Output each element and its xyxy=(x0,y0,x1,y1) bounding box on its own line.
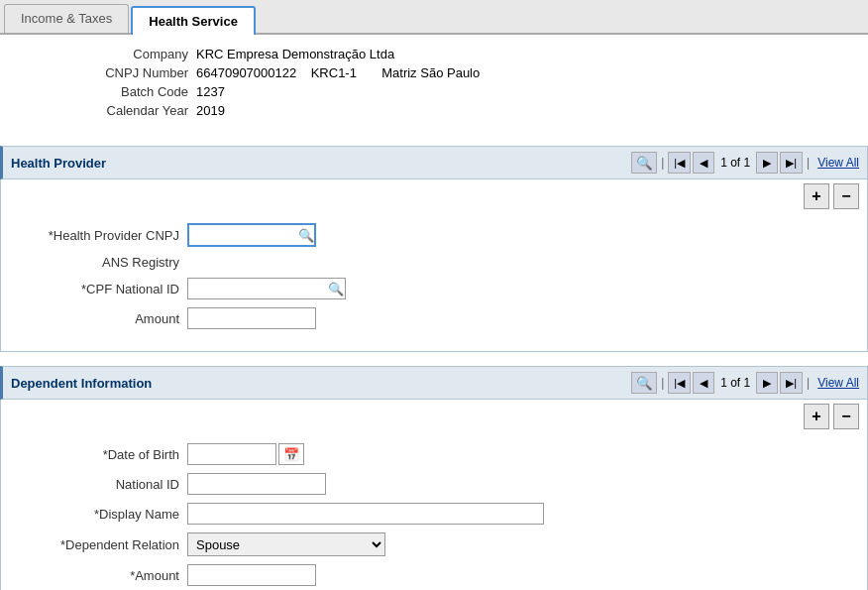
health-provider-page: 1 of 1 xyxy=(716,156,754,170)
dependent-page: 1 of 1 xyxy=(716,376,754,390)
dep-amount-row: *Amount xyxy=(21,564,847,586)
dependent-add-button[interactable]: + xyxy=(804,404,829,429)
next-icon: ▶ xyxy=(763,377,771,390)
ans-registry-row: ANS Registry xyxy=(21,255,847,270)
display-name-input[interactable] xyxy=(187,503,544,525)
calendar-icon: 📅 xyxy=(283,447,299,462)
cpf-national-id-input[interactable] xyxy=(187,278,346,299)
dob-row: *Date of Birth 📅 xyxy=(21,443,847,465)
health-provider-title: Health Provider xyxy=(11,156,106,171)
batch-label: Batch Code xyxy=(79,84,188,99)
dependent-first-button[interactable]: |◀ xyxy=(668,372,691,394)
dependent-title: Dependent Information xyxy=(11,376,152,391)
company-label: Company xyxy=(79,47,188,61)
company-value: KRC Empresa Demonstração Ltda xyxy=(196,47,394,61)
next-icon: ▶ xyxy=(763,157,771,170)
ans-registry-label: ANS Registry xyxy=(21,255,179,270)
first-icon: |◀ xyxy=(674,377,685,390)
national-id-input[interactable] xyxy=(187,473,326,495)
dep-amount-label: *Amount xyxy=(21,568,179,583)
national-id-label: National ID xyxy=(21,477,179,492)
header-info: Company KRC Empresa Demonstração Ltda CN… xyxy=(0,35,868,134)
last-icon: ▶| xyxy=(786,377,797,390)
tab-health-service[interactable]: Health Service xyxy=(131,6,256,35)
display-name-row: *Display Name xyxy=(21,503,847,525)
hp-amount-row: Amount xyxy=(21,307,847,329)
dependent-fields: *Date of Birth 📅 National ID *Display Na… xyxy=(1,433,867,590)
last-icon: ▶| xyxy=(786,157,797,170)
batch-row: Batch Code 1237 xyxy=(79,84,848,99)
dependent-relation-row: *Dependent Relation SpouseChildParentOth… xyxy=(21,532,847,556)
health-provider-cnpj-input[interactable] xyxy=(187,223,316,247)
cnpj-value: 66470907000122 KRC1-1 Matriz São Paulo xyxy=(196,65,480,80)
health-provider-add-button[interactable]: + xyxy=(804,183,829,209)
dependent-next-button[interactable]: ▶ xyxy=(756,372,778,394)
cpf-label: *CPF National ID xyxy=(21,282,179,296)
add-icon: + xyxy=(812,188,820,204)
health-provider-remove-button[interactable]: − xyxy=(833,183,859,209)
health-provider-last-button[interactable]: ▶| xyxy=(780,152,803,174)
dependent-relation-select[interactable]: SpouseChildParentOther xyxy=(187,532,385,556)
health-provider-cnpj-search-button[interactable]: 🔍 xyxy=(298,228,314,243)
dependent-section: Dependent Information 🔍 | |◀ ◀ 1 of 1 ▶ … xyxy=(0,366,868,590)
search-icon: 🔍 xyxy=(636,156,653,171)
first-icon: |◀ xyxy=(674,157,685,170)
dependent-relation-label: *Dependent Relation xyxy=(21,537,179,552)
display-name-label: *Display Name xyxy=(21,507,179,522)
national-id-row: National ID xyxy=(21,473,847,495)
health-provider-view-all[interactable]: View All xyxy=(817,156,859,170)
health-provider-cnpj-label: *Health Provider CNPJ xyxy=(21,228,179,243)
health-provider-prev-button[interactable]: ◀ xyxy=(693,152,714,174)
dependent-search-button[interactable]: 🔍 xyxy=(631,372,657,394)
health-provider-fields: *Health Provider CNPJ 🔍 ANS Registry *CP… xyxy=(1,213,867,351)
cpf-search-button[interactable]: 🔍 xyxy=(328,282,344,296)
dependent-add-remove: + − xyxy=(1,400,867,433)
calendar-value: 2019 xyxy=(196,103,225,118)
tabs-bar: Income & Taxes Health Service xyxy=(0,0,868,35)
hp-amount-input[interactable] xyxy=(187,307,316,329)
health-provider-header: Health Provider 🔍 | |◀ ◀ 1 of 1 ▶ ▶| | V… xyxy=(0,146,868,179)
company-row: Company KRC Empresa Demonstração Ltda xyxy=(79,47,848,61)
search-icon: 🔍 xyxy=(636,376,653,391)
dob-label: *Date of Birth xyxy=(21,447,179,462)
health-provider-section: Health Provider 🔍 | |◀ ◀ 1 of 1 ▶ ▶| | V… xyxy=(0,146,868,352)
health-provider-cnpj-input-wrap: 🔍 xyxy=(187,223,316,247)
cnpj-row: CNPJ Number 66470907000122 KRC1-1 Matriz… xyxy=(79,65,848,80)
health-provider-next-button[interactable]: ▶ xyxy=(756,152,778,174)
dependent-controls: 🔍 | |◀ ◀ 1 of 1 ▶ ▶| | View All xyxy=(631,372,859,394)
batch-value: 1237 xyxy=(196,84,225,99)
cpf-national-id-row: *CPF National ID 🔍 xyxy=(21,278,847,299)
health-provider-add-remove: + − xyxy=(1,179,867,213)
hp-amount-label: Amount xyxy=(21,311,179,326)
health-provider-first-button[interactable]: |◀ xyxy=(668,152,691,174)
calendar-button[interactable]: 📅 xyxy=(278,443,304,465)
cpf-input-wrap: 🔍 xyxy=(187,278,346,299)
prev-icon: ◀ xyxy=(700,377,707,390)
health-provider-controls: 🔍 | |◀ ◀ 1 of 1 ▶ ▶| | View All xyxy=(631,152,859,174)
remove-icon: − xyxy=(841,409,850,424)
dependent-view-all[interactable]: View All xyxy=(817,376,859,390)
dependent-prev-button[interactable]: ◀ xyxy=(693,372,714,394)
calendar-label: Calendar Year xyxy=(79,103,188,118)
prev-icon: ◀ xyxy=(700,157,707,170)
dependent-form: + − *Date of Birth 📅 National ID *Displa… xyxy=(0,400,868,590)
health-provider-form: + − *Health Provider CNPJ 🔍 ANS Registry… xyxy=(0,179,868,352)
calendar-row: Calendar Year 2019 xyxy=(79,103,848,118)
dependent-last-button[interactable]: ▶| xyxy=(780,372,803,394)
cnpj-label: CNPJ Number xyxy=(79,65,188,80)
health-provider-cnpj-row: *Health Provider CNPJ 🔍 xyxy=(21,223,847,247)
add-icon: + xyxy=(812,409,820,424)
dob-input[interactable] xyxy=(187,443,276,465)
dependent-header: Dependent Information 🔍 | |◀ ◀ 1 of 1 ▶ … xyxy=(0,366,868,400)
remove-icon: − xyxy=(841,188,850,204)
health-provider-search-button[interactable]: 🔍 xyxy=(631,152,657,174)
dependent-remove-button[interactable]: − xyxy=(833,404,859,429)
tab-income-taxes[interactable]: Income & Taxes xyxy=(4,4,129,33)
dep-amount-input[interactable] xyxy=(187,564,316,586)
